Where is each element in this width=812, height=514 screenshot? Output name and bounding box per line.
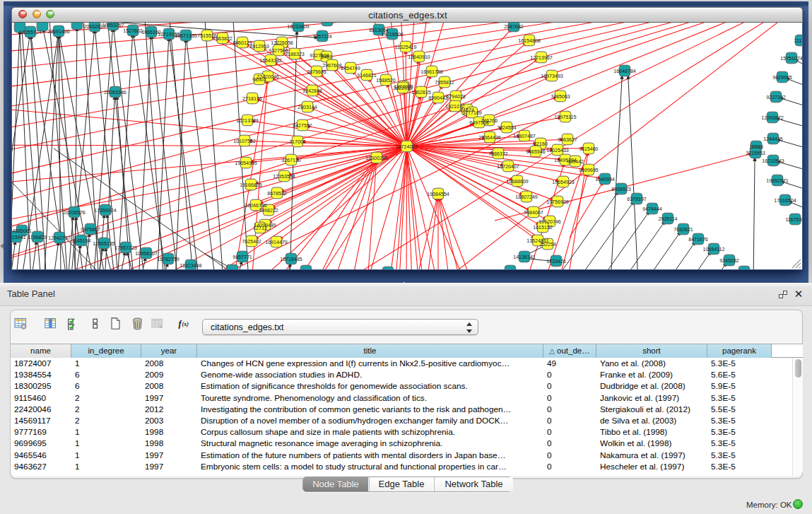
svg-text:8454749: 8454749 xyxy=(341,66,360,71)
cell-title: Estimation of the future numbers of pati… xyxy=(197,450,543,461)
table-row[interactable]: 1872400712008Changes of HCN gene express… xyxy=(11,358,803,369)
collapse-panel-arrow-icon[interactable] xyxy=(0,243,4,249)
vertical-scrollbar[interactable] xyxy=(792,358,803,476)
cell-out_de: 0 xyxy=(543,404,596,415)
close-panel-icon[interactable]: ✕ xyxy=(793,288,804,300)
svg-text:17359924: 17359924 xyxy=(94,208,117,214)
cell-short: Franke et al. (2009) xyxy=(596,369,707,380)
cell-name: 9463627 xyxy=(11,461,71,472)
table-row[interactable]: 969969511998Structural magnetic resonanc… xyxy=(11,438,803,449)
cell-short: Nakamura et al. (1997) xyxy=(596,450,707,461)
table-selector-dropdown[interactable]: citations_edges.txt xyxy=(202,319,478,335)
svg-text:12353594: 12353594 xyxy=(273,174,295,180)
cell-title: Structural magnetic resonance image aver… xyxy=(197,438,543,449)
table-mode-icon[interactable] xyxy=(14,317,28,331)
svg-text:20206576: 20206576 xyxy=(63,210,86,216)
cell-pagerank: 5.3E-5 xyxy=(707,450,772,461)
svg-text:14055724: 14055724 xyxy=(19,30,42,35)
svg-text:16648784: 16648784 xyxy=(613,69,636,74)
svg-text:9115460: 9115460 xyxy=(579,146,598,152)
svg-text:1733426: 1733426 xyxy=(546,259,566,264)
svg-text:11923448: 11923448 xyxy=(180,263,201,269)
column-header-name[interactable]: name xyxy=(11,344,71,358)
cell-year: 1997 xyxy=(141,392,197,404)
svg-text:3915941: 3915941 xyxy=(12,235,26,240)
table-panel: Table Panel ✕ f (x) citations_edges.txt … xyxy=(0,283,812,514)
cell-year: 2012 xyxy=(141,404,197,415)
tab-edge-table[interactable]: Edge Table xyxy=(369,477,433,491)
svg-text:9227342: 9227342 xyxy=(766,95,786,100)
svg-text:1244415: 1244415 xyxy=(763,136,783,142)
cell-year: 1998 xyxy=(141,426,197,438)
svg-text:6379197: 6379197 xyxy=(627,197,647,202)
svg-text:15751074: 15751074 xyxy=(780,56,802,62)
node-table: namein_degreeyeartitle△out_de…shortpager… xyxy=(11,344,803,476)
svg-text:217004: 217004 xyxy=(289,139,306,145)
cell-short: Stergiakouli et al. (2012) xyxy=(596,404,707,415)
table-row[interactable]: 2242004622012Investigating the contribut… xyxy=(11,404,803,415)
float-panel-icon[interactable] xyxy=(779,291,788,300)
svg-text:8186323: 8186323 xyxy=(285,52,305,57)
cell-in_degree: 1 xyxy=(71,461,141,472)
cell-out_de: 0 xyxy=(543,380,596,392)
column-header-in_degree[interactable]: in_degree xyxy=(71,344,141,358)
svg-text:9465546: 9465546 xyxy=(526,149,546,155)
table-row[interactable]: 946554611997Estimation of the future num… xyxy=(11,450,803,461)
row-height-icon[interactable] xyxy=(88,317,102,331)
svg-text:8912953: 8912953 xyxy=(249,44,269,49)
column-header-year[interactable]: year xyxy=(141,344,197,358)
network-window[interactable]: citations_edges.txt 14055724206914062093… xyxy=(11,7,803,270)
svg-text:746266: 746266 xyxy=(481,118,498,124)
cell-pagerank: 5.6E-5 xyxy=(707,369,772,380)
svg-text:(x): (x) xyxy=(182,321,189,327)
delete-column-icon[interactable] xyxy=(131,317,145,331)
svg-text:2935114: 2935114 xyxy=(658,216,677,222)
cell-in_degree: 1 xyxy=(71,426,141,438)
svg-text:6794028: 6794028 xyxy=(446,94,466,100)
svg-text:2803144: 2803144 xyxy=(298,105,317,110)
column-header-title[interactable]: title xyxy=(197,344,543,358)
table-row[interactable]: 946362711997Embryonic stem cells: a mode… xyxy=(11,461,803,472)
window-resize-grip[interactable] xyxy=(790,257,801,269)
tab-node-table[interactable]: Node Table xyxy=(303,477,368,491)
cell-title: Corpus callosum shape and size in male p… xyxy=(197,426,543,438)
svg-text:16154808: 16154808 xyxy=(518,38,541,44)
svg-text:8427552: 8427552 xyxy=(293,123,312,129)
cell-in_degree: 6 xyxy=(71,369,141,380)
table-row[interactable]: 1938455462009Genome-wide association stu… xyxy=(11,369,803,380)
tab-network-table[interactable]: Network Table xyxy=(434,477,513,491)
cell-name: 18300295 xyxy=(11,380,71,392)
svg-text:9829965: 9829965 xyxy=(772,75,792,81)
svg-text:18724007: 18724007 xyxy=(396,144,418,150)
cell-year: 2003 xyxy=(141,415,197,426)
column-header-out_de[interactable]: △out_de… xyxy=(543,344,596,358)
table-row[interactable]: 1456911722003Disruption of a novel membe… xyxy=(11,415,803,426)
cell-name: 18724007 xyxy=(11,358,71,369)
window-titlebar[interactable]: citations_edges.txt xyxy=(11,7,803,23)
cell-name: 9699695 xyxy=(11,438,71,449)
table-row[interactable]: 911546021997Tourette syndrome. Phenomeno… xyxy=(11,392,803,404)
function-builder-icon[interactable]: f (x) xyxy=(177,317,192,331)
svg-text:16782759: 16782759 xyxy=(157,257,180,262)
column-header-short[interactable]: short xyxy=(596,344,707,358)
show-columns-icon[interactable] xyxy=(44,317,58,331)
svg-text:1527602: 1527602 xyxy=(123,28,143,34)
svg-text:9857771: 9857771 xyxy=(233,255,252,260)
cell-year: 1997 xyxy=(141,450,197,461)
table-row[interactable]: 1830029562008Estimation of significance … xyxy=(11,380,803,392)
cell-name: 9115460 xyxy=(11,392,71,404)
scrollbar-thumb[interactable] xyxy=(795,359,801,378)
svg-text:19654905: 19654905 xyxy=(235,160,257,166)
create-column-icon[interactable] xyxy=(109,317,123,331)
column-header-pagerank[interactable]: pagerank xyxy=(707,344,772,358)
svg-text:9242848: 9242848 xyxy=(302,88,322,94)
cell-in_degree: 1 xyxy=(71,438,141,449)
cell-pagerank: 5.5E-5 xyxy=(707,404,772,415)
svg-text:20691406: 20691406 xyxy=(47,29,70,35)
table-row[interactable]: 977716911998Corpus callosum shape and si… xyxy=(11,426,803,438)
select-all-icon[interactable] xyxy=(66,317,81,331)
svg-text:1588520: 1588520 xyxy=(376,78,396,83)
svg-text:9146821: 9146821 xyxy=(357,73,377,78)
network-canvas[interactable]: 1405572420691406209326171065326715276026… xyxy=(12,23,802,269)
cell-in_degree: 2 xyxy=(71,392,141,404)
